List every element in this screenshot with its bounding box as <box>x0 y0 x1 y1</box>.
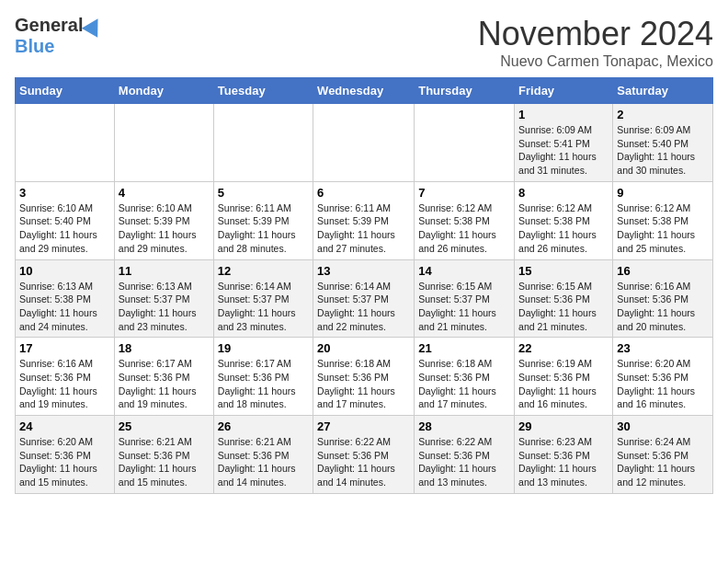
calendar-cell: 11Sunrise: 6:13 AM Sunset: 5:37 PM Dayli… <box>114 259 213 338</box>
calendar-week-row: 10Sunrise: 6:13 AM Sunset: 5:38 PM Dayli… <box>16 259 713 338</box>
day-number: 14 <box>418 264 510 278</box>
day-info: Sunrise: 6:20 AM Sunset: 5:36 PM Dayligh… <box>617 357 709 411</box>
calendar-week-row: 24Sunrise: 6:20 AM Sunset: 5:36 PM Dayli… <box>16 416 713 494</box>
day-number: 3 <box>19 186 110 200</box>
calendar-cell: 7Sunrise: 6:12 AM Sunset: 5:38 PM Daylig… <box>415 181 515 259</box>
calendar-cell: 4Sunrise: 6:10 AM Sunset: 5:39 PM Daylig… <box>114 181 213 259</box>
day-number: 15 <box>518 264 609 278</box>
day-info: Sunrise: 6:15 AM Sunset: 5:37 PM Dayligh… <box>418 280 510 334</box>
calendar-cell: 3Sunrise: 6:10 AM Sunset: 5:40 PM Daylig… <box>16 181 115 259</box>
header-sunday: Sunday <box>16 78 115 104</box>
calendar-cell: 30Sunrise: 6:24 AM Sunset: 5:36 PM Dayli… <box>613 416 713 494</box>
calendar-week-row: 3Sunrise: 6:10 AM Sunset: 5:40 PM Daylig… <box>16 181 713 259</box>
logo: General Blue <box>15 15 103 57</box>
calendar-cell: 16Sunrise: 6:16 AM Sunset: 5:36 PM Dayli… <box>613 259 713 338</box>
calendar-cell: 12Sunrise: 6:14 AM Sunset: 5:37 PM Dayli… <box>213 259 313 338</box>
day-number: 22 <box>518 341 609 355</box>
day-number: 26 <box>218 419 309 433</box>
day-number: 28 <box>418 419 510 433</box>
calendar-cell: 21Sunrise: 6:18 AM Sunset: 5:36 PM Dayli… <box>415 338 515 416</box>
header-wednesday: Wednesday <box>313 78 415 104</box>
day-info: Sunrise: 6:15 AM Sunset: 5:36 PM Dayligh… <box>518 280 609 334</box>
day-info: Sunrise: 6:22 AM Sunset: 5:36 PM Dayligh… <box>317 435 410 489</box>
day-number: 29 <box>518 419 609 433</box>
day-info: Sunrise: 6:16 AM Sunset: 5:36 PM Dayligh… <box>617 280 709 334</box>
day-info: Sunrise: 6:11 AM Sunset: 5:39 PM Dayligh… <box>317 201 410 256</box>
header-monday: Monday <box>114 78 213 104</box>
logo-general-text: General <box>15 15 83 36</box>
calendar-cell: 23Sunrise: 6:20 AM Sunset: 5:36 PM Dayli… <box>613 338 713 416</box>
day-number: 4 <box>119 186 210 200</box>
calendar-cell <box>213 104 313 182</box>
day-number: 23 <box>617 341 709 355</box>
day-info: Sunrise: 6:18 AM Sunset: 5:36 PM Dayligh… <box>317 357 410 411</box>
calendar-cell: 27Sunrise: 6:22 AM Sunset: 5:36 PM Dayli… <box>313 416 415 494</box>
day-number: 25 <box>119 419 210 433</box>
day-info: Sunrise: 6:22 AM Sunset: 5:36 PM Dayligh… <box>418 435 510 489</box>
calendar-cell: 5Sunrise: 6:11 AM Sunset: 5:39 PM Daylig… <box>213 181 313 259</box>
day-info: Sunrise: 6:17 AM Sunset: 5:36 PM Dayligh… <box>119 357 210 411</box>
day-info: Sunrise: 6:14 AM Sunset: 5:37 PM Dayligh… <box>218 280 309 334</box>
header-friday: Friday <box>515 78 613 104</box>
calendar-cell: 18Sunrise: 6:17 AM Sunset: 5:36 PM Dayli… <box>114 338 213 416</box>
calendar-cell: 10Sunrise: 6:13 AM Sunset: 5:38 PM Dayli… <box>16 259 115 338</box>
day-info: Sunrise: 6:09 AM Sunset: 5:40 PM Dayligh… <box>617 123 709 178</box>
day-info: Sunrise: 6:12 AM Sunset: 5:38 PM Dayligh… <box>518 201 609 256</box>
day-number: 24 <box>19 419 110 433</box>
day-info: Sunrise: 6:12 AM Sunset: 5:38 PM Dayligh… <box>617 201 709 256</box>
calendar-cell: 14Sunrise: 6:15 AM Sunset: 5:37 PM Dayli… <box>415 259 515 338</box>
calendar-cell: 17Sunrise: 6:16 AM Sunset: 5:36 PM Dayli… <box>16 338 115 416</box>
day-info: Sunrise: 6:12 AM Sunset: 5:38 PM Dayligh… <box>418 201 510 256</box>
logo-blue-text: Blue <box>15 36 54 57</box>
logo-triangle-icon <box>82 14 106 38</box>
month-title: November 2024 <box>478 15 713 53</box>
day-info: Sunrise: 6:11 AM Sunset: 5:39 PM Dayligh… <box>218 201 309 256</box>
calendar-cell: 1Sunrise: 6:09 AM Sunset: 5:41 PM Daylig… <box>515 104 613 182</box>
day-info: Sunrise: 6:20 AM Sunset: 5:36 PM Dayligh… <box>19 435 110 489</box>
calendar-cell: 25Sunrise: 6:21 AM Sunset: 5:36 PM Dayli… <box>114 416 213 494</box>
day-number: 13 <box>317 264 410 278</box>
calendar-week-row: 17Sunrise: 6:16 AM Sunset: 5:36 PM Dayli… <box>16 338 713 416</box>
calendar-cell: 15Sunrise: 6:15 AM Sunset: 5:36 PM Dayli… <box>515 259 613 338</box>
day-number: 9 <box>617 186 709 200</box>
day-info: Sunrise: 6:19 AM Sunset: 5:36 PM Dayligh… <box>518 357 609 411</box>
day-info: Sunrise: 6:13 AM Sunset: 5:38 PM Dayligh… <box>19 280 110 334</box>
calendar-cell: 20Sunrise: 6:18 AM Sunset: 5:36 PM Dayli… <box>313 338 415 416</box>
day-info: Sunrise: 6:13 AM Sunset: 5:37 PM Dayligh… <box>119 280 210 334</box>
location-subtitle: Nuevo Carmen Tonapac, Mexico <box>478 53 713 70</box>
header-saturday: Saturday <box>613 78 713 104</box>
day-info: Sunrise: 6:10 AM Sunset: 5:39 PM Dayligh… <box>119 201 210 256</box>
day-number: 6 <box>317 186 410 200</box>
calendar-cell: 13Sunrise: 6:14 AM Sunset: 5:37 PM Dayli… <box>313 259 415 338</box>
calendar-cell: 24Sunrise: 6:20 AM Sunset: 5:36 PM Dayli… <box>16 416 115 494</box>
day-number: 19 <box>218 341 309 355</box>
calendar-cell <box>415 104 515 182</box>
page-header: General Blue November 2024 Nuevo Carmen … <box>15 15 713 70</box>
day-number: 20 <box>317 341 410 355</box>
calendar-cell: 26Sunrise: 6:21 AM Sunset: 5:36 PM Dayli… <box>213 416 313 494</box>
calendar-cell: 29Sunrise: 6:23 AM Sunset: 5:36 PM Dayli… <box>515 416 613 494</box>
title-section: November 2024 Nuevo Carmen Tonapac, Mexi… <box>478 15 713 70</box>
day-number: 10 <box>19 264 110 278</box>
header-thursday: Thursday <box>415 78 515 104</box>
calendar-cell: 8Sunrise: 6:12 AM Sunset: 5:38 PM Daylig… <box>515 181 613 259</box>
calendar-cell <box>313 104 415 182</box>
day-number: 12 <box>218 264 309 278</box>
calendar-cell: 19Sunrise: 6:17 AM Sunset: 5:36 PM Dayli… <box>213 338 313 416</box>
day-number: 17 <box>19 341 110 355</box>
day-info: Sunrise: 6:23 AM Sunset: 5:36 PM Dayligh… <box>518 435 609 489</box>
calendar-cell: 28Sunrise: 6:22 AM Sunset: 5:36 PM Dayli… <box>415 416 515 494</box>
day-info: Sunrise: 6:18 AM Sunset: 5:36 PM Dayligh… <box>418 357 510 411</box>
day-number: 8 <box>518 186 609 200</box>
calendar-table: SundayMondayTuesdayWednesdayThursdayFrid… <box>15 77 713 494</box>
header-tuesday: Tuesday <box>213 78 313 104</box>
day-number: 11 <box>119 264 210 278</box>
day-info: Sunrise: 6:10 AM Sunset: 5:40 PM Dayligh… <box>19 201 110 256</box>
calendar-cell: 2Sunrise: 6:09 AM Sunset: 5:40 PM Daylig… <box>613 104 713 182</box>
day-number: 5 <box>218 186 309 200</box>
day-number: 18 <box>119 341 210 355</box>
calendar-week-row: 1Sunrise: 6:09 AM Sunset: 5:41 PM Daylig… <box>16 104 713 182</box>
day-info: Sunrise: 6:17 AM Sunset: 5:36 PM Dayligh… <box>218 357 309 411</box>
day-number: 27 <box>317 419 410 433</box>
day-number: 30 <box>617 419 709 433</box>
